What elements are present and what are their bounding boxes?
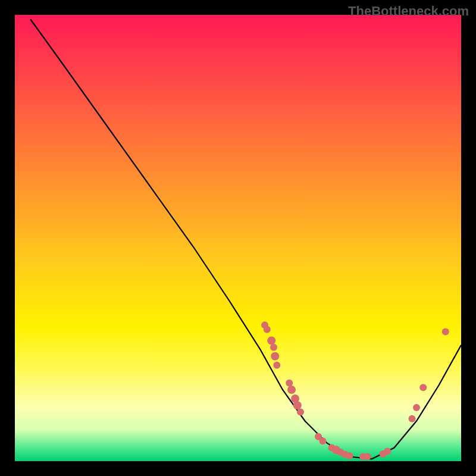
data-points-group <box>261 321 449 460</box>
data-point <box>297 409 304 416</box>
data-point <box>409 415 416 422</box>
data-point <box>442 328 449 336</box>
data-point <box>286 380 293 387</box>
data-point <box>264 326 271 333</box>
data-point <box>346 452 353 459</box>
data-point <box>271 352 279 361</box>
data-point <box>320 437 327 444</box>
chart-plot-area <box>15 15 461 461</box>
chart-svg <box>15 15 461 461</box>
data-point <box>419 384 427 391</box>
data-point <box>267 337 275 345</box>
data-point <box>364 453 371 461</box>
data-point <box>270 344 277 351</box>
watermark-text: TheBottleneck.com <box>348 4 469 19</box>
data-point <box>293 401 302 409</box>
data-point <box>287 386 296 394</box>
bottleneck-curve <box>30 20 461 459</box>
data-point <box>413 404 420 411</box>
data-point <box>384 448 391 455</box>
data-point <box>273 362 280 369</box>
